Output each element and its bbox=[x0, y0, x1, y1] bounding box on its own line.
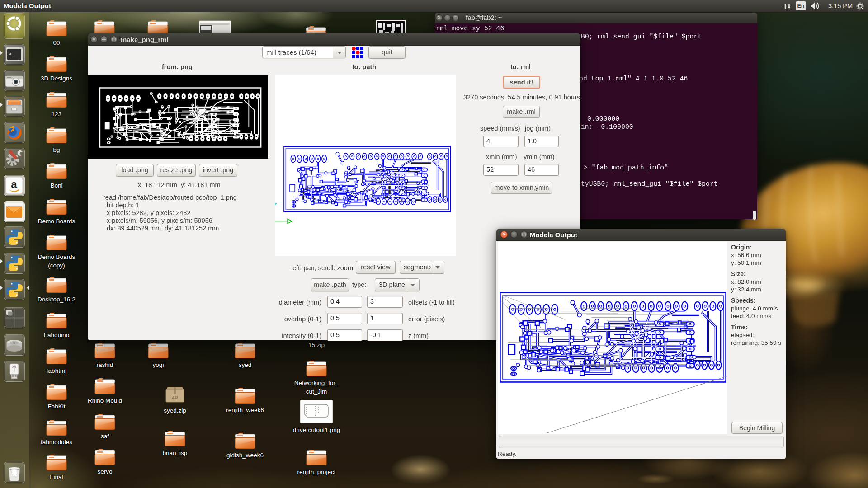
svg-text:>_: >_ bbox=[9, 52, 15, 57]
svg-text:a: a bbox=[11, 178, 17, 190]
